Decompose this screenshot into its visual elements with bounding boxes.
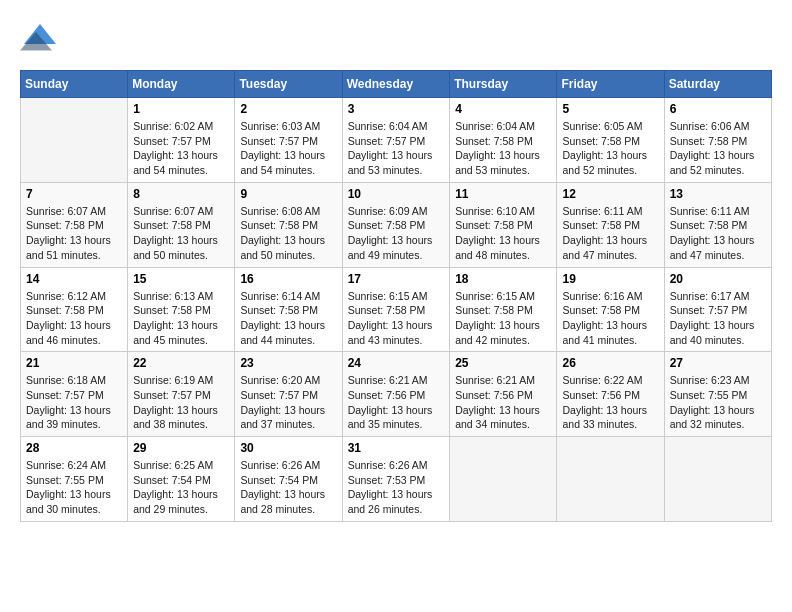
day-info: Sunrise: 6:24 AM Sunset: 7:55 PM Dayligh… <box>26 458 122 517</box>
calendar-cell: 5Sunrise: 6:05 AM Sunset: 7:58 PM Daylig… <box>557 98 664 183</box>
calendar-week-1: 1Sunrise: 6:02 AM Sunset: 7:57 PM Daylig… <box>21 98 772 183</box>
day-info: Sunrise: 6:19 AM Sunset: 7:57 PM Dayligh… <box>133 373 229 432</box>
day-number: 14 <box>26 272 122 286</box>
day-number: 27 <box>670 356 766 370</box>
calendar-cell: 22Sunrise: 6:19 AM Sunset: 7:57 PM Dayli… <box>128 352 235 437</box>
day-info: Sunrise: 6:15 AM Sunset: 7:58 PM Dayligh… <box>348 289 445 348</box>
calendar-cell: 7Sunrise: 6:07 AM Sunset: 7:58 PM Daylig… <box>21 182 128 267</box>
calendar-cell: 10Sunrise: 6:09 AM Sunset: 7:58 PM Dayli… <box>342 182 450 267</box>
calendar-week-5: 28Sunrise: 6:24 AM Sunset: 7:55 PM Dayli… <box>21 437 772 522</box>
calendar-cell: 9Sunrise: 6:08 AM Sunset: 7:58 PM Daylig… <box>235 182 342 267</box>
calendar-cell: 21Sunrise: 6:18 AM Sunset: 7:57 PM Dayli… <box>21 352 128 437</box>
day-number: 18 <box>455 272 551 286</box>
calendar-week-3: 14Sunrise: 6:12 AM Sunset: 7:58 PM Dayli… <box>21 267 772 352</box>
calendar-cell: 26Sunrise: 6:22 AM Sunset: 7:56 PM Dayli… <box>557 352 664 437</box>
calendar-cell: 28Sunrise: 6:24 AM Sunset: 7:55 PM Dayli… <box>21 437 128 522</box>
calendar-week-4: 21Sunrise: 6:18 AM Sunset: 7:57 PM Dayli… <box>21 352 772 437</box>
weekday-header-monday: Monday <box>128 71 235 98</box>
day-info: Sunrise: 6:21 AM Sunset: 7:56 PM Dayligh… <box>455 373 551 432</box>
logo-icon <box>20 20 60 60</box>
logo <box>20 20 64 60</box>
day-number: 12 <box>562 187 658 201</box>
calendar-cell: 16Sunrise: 6:14 AM Sunset: 7:58 PM Dayli… <box>235 267 342 352</box>
weekday-header-thursday: Thursday <box>450 71 557 98</box>
day-info: Sunrise: 6:21 AM Sunset: 7:56 PM Dayligh… <box>348 373 445 432</box>
day-number: 1 <box>133 102 229 116</box>
calendar-cell: 2Sunrise: 6:03 AM Sunset: 7:57 PM Daylig… <box>235 98 342 183</box>
day-info: Sunrise: 6:20 AM Sunset: 7:57 PM Dayligh… <box>240 373 336 432</box>
day-info: Sunrise: 6:15 AM Sunset: 7:58 PM Dayligh… <box>455 289 551 348</box>
calendar-table: SundayMondayTuesdayWednesdayThursdayFrid… <box>20 70 772 522</box>
calendar-cell <box>450 437 557 522</box>
day-info: Sunrise: 6:25 AM Sunset: 7:54 PM Dayligh… <box>133 458 229 517</box>
day-info: Sunrise: 6:14 AM Sunset: 7:58 PM Dayligh… <box>240 289 336 348</box>
day-info: Sunrise: 6:12 AM Sunset: 7:58 PM Dayligh… <box>26 289 122 348</box>
weekday-header-tuesday: Tuesday <box>235 71 342 98</box>
day-number: 11 <box>455 187 551 201</box>
calendar-cell: 15Sunrise: 6:13 AM Sunset: 7:58 PM Dayli… <box>128 267 235 352</box>
calendar-cell: 24Sunrise: 6:21 AM Sunset: 7:56 PM Dayli… <box>342 352 450 437</box>
day-number: 30 <box>240 441 336 455</box>
day-number: 21 <box>26 356 122 370</box>
calendar-cell: 25Sunrise: 6:21 AM Sunset: 7:56 PM Dayli… <box>450 352 557 437</box>
day-info: Sunrise: 6:17 AM Sunset: 7:57 PM Dayligh… <box>670 289 766 348</box>
day-info: Sunrise: 6:11 AM Sunset: 7:58 PM Dayligh… <box>562 204 658 263</box>
day-number: 7 <box>26 187 122 201</box>
day-info: Sunrise: 6:04 AM Sunset: 7:57 PM Dayligh… <box>348 119 445 178</box>
calendar-week-2: 7Sunrise: 6:07 AM Sunset: 7:58 PM Daylig… <box>21 182 772 267</box>
day-number: 13 <box>670 187 766 201</box>
day-info: Sunrise: 6:16 AM Sunset: 7:58 PM Dayligh… <box>562 289 658 348</box>
day-info: Sunrise: 6:06 AM Sunset: 7:58 PM Dayligh… <box>670 119 766 178</box>
day-info: Sunrise: 6:13 AM Sunset: 7:58 PM Dayligh… <box>133 289 229 348</box>
day-info: Sunrise: 6:07 AM Sunset: 7:58 PM Dayligh… <box>26 204 122 263</box>
calendar-cell: 31Sunrise: 6:26 AM Sunset: 7:53 PM Dayli… <box>342 437 450 522</box>
day-number: 24 <box>348 356 445 370</box>
calendar-cell: 4Sunrise: 6:04 AM Sunset: 7:58 PM Daylig… <box>450 98 557 183</box>
day-number: 16 <box>240 272 336 286</box>
calendar-cell: 19Sunrise: 6:16 AM Sunset: 7:58 PM Dayli… <box>557 267 664 352</box>
day-info: Sunrise: 6:09 AM Sunset: 7:58 PM Dayligh… <box>348 204 445 263</box>
day-number: 4 <box>455 102 551 116</box>
calendar-cell: 13Sunrise: 6:11 AM Sunset: 7:58 PM Dayli… <box>664 182 771 267</box>
day-number: 2 <box>240 102 336 116</box>
calendar-cell: 8Sunrise: 6:07 AM Sunset: 7:58 PM Daylig… <box>128 182 235 267</box>
weekday-header-sunday: Sunday <box>21 71 128 98</box>
weekday-header-saturday: Saturday <box>664 71 771 98</box>
day-number: 26 <box>562 356 658 370</box>
calendar-cell: 30Sunrise: 6:26 AM Sunset: 7:54 PM Dayli… <box>235 437 342 522</box>
day-info: Sunrise: 6:26 AM Sunset: 7:54 PM Dayligh… <box>240 458 336 517</box>
calendar-cell <box>664 437 771 522</box>
weekday-header-friday: Friday <box>557 71 664 98</box>
calendar-cell: 12Sunrise: 6:11 AM Sunset: 7:58 PM Dayli… <box>557 182 664 267</box>
calendar-cell: 11Sunrise: 6:10 AM Sunset: 7:58 PM Dayli… <box>450 182 557 267</box>
day-info: Sunrise: 6:18 AM Sunset: 7:57 PM Dayligh… <box>26 373 122 432</box>
day-info: Sunrise: 6:03 AM Sunset: 7:57 PM Dayligh… <box>240 119 336 178</box>
calendar-cell <box>21 98 128 183</box>
day-number: 31 <box>348 441 445 455</box>
calendar-cell: 6Sunrise: 6:06 AM Sunset: 7:58 PM Daylig… <box>664 98 771 183</box>
day-number: 6 <box>670 102 766 116</box>
day-number: 20 <box>670 272 766 286</box>
day-info: Sunrise: 6:02 AM Sunset: 7:57 PM Dayligh… <box>133 119 229 178</box>
day-info: Sunrise: 6:26 AM Sunset: 7:53 PM Dayligh… <box>348 458 445 517</box>
calendar-cell: 18Sunrise: 6:15 AM Sunset: 7:58 PM Dayli… <box>450 267 557 352</box>
day-number: 29 <box>133 441 229 455</box>
day-info: Sunrise: 6:08 AM Sunset: 7:58 PM Dayligh… <box>240 204 336 263</box>
calendar-cell: 14Sunrise: 6:12 AM Sunset: 7:58 PM Dayli… <box>21 267 128 352</box>
day-number: 23 <box>240 356 336 370</box>
calendar-cell: 3Sunrise: 6:04 AM Sunset: 7:57 PM Daylig… <box>342 98 450 183</box>
day-number: 28 <box>26 441 122 455</box>
day-number: 17 <box>348 272 445 286</box>
weekday-header-wednesday: Wednesday <box>342 71 450 98</box>
day-info: Sunrise: 6:11 AM Sunset: 7:58 PM Dayligh… <box>670 204 766 263</box>
day-info: Sunrise: 6:22 AM Sunset: 7:56 PM Dayligh… <box>562 373 658 432</box>
day-info: Sunrise: 6:10 AM Sunset: 7:58 PM Dayligh… <box>455 204 551 263</box>
day-number: 10 <box>348 187 445 201</box>
day-number: 15 <box>133 272 229 286</box>
calendar-cell: 20Sunrise: 6:17 AM Sunset: 7:57 PM Dayli… <box>664 267 771 352</box>
day-number: 25 <box>455 356 551 370</box>
day-number: 9 <box>240 187 336 201</box>
calendar-cell: 17Sunrise: 6:15 AM Sunset: 7:58 PM Dayli… <box>342 267 450 352</box>
day-number: 8 <box>133 187 229 201</box>
day-number: 19 <box>562 272 658 286</box>
